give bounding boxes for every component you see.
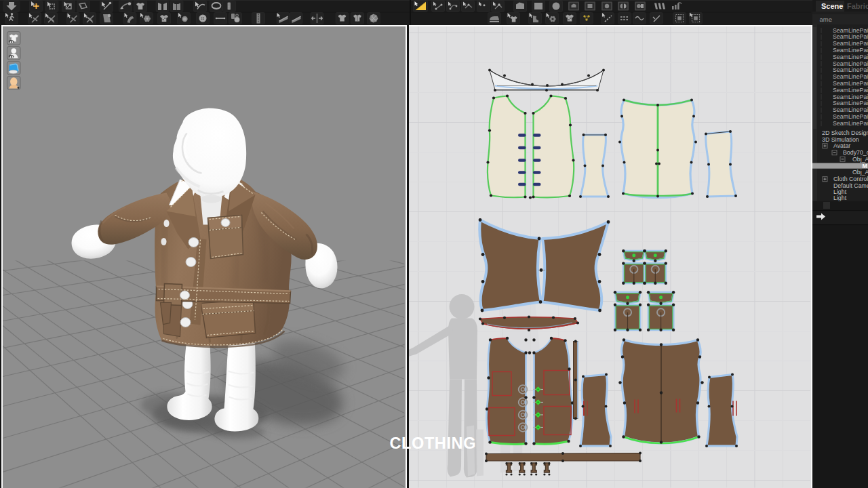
svg-text:SeamLinePairG: SeamLinePairG (833, 113, 868, 120)
svg-text:SeamLinePairG: SeamLinePairG (833, 47, 868, 54)
svg-text:SeamLinePairG: SeamLinePairG (833, 120, 868, 127)
svg-text:SeamLinePairG: SeamLinePairG (833, 40, 868, 47)
svg-text:Obj_A: Obj_A (852, 156, 868, 163)
svg-text:Light: Light (833, 195, 847, 201)
svg-text:SeamLinePairG: SeamLinePairG (833, 60, 868, 67)
svg-text:CLOTHING: CLOTHING (390, 434, 477, 452)
svg-text:SeamLinePairG: SeamLinePairG (833, 80, 868, 87)
svg-text:SeamLinePairG: SeamLinePairG (833, 33, 868, 40)
svg-text:Fabric: Fabric (847, 2, 868, 10)
svg-text:SeamLinePairG: SeamLinePairG (833, 87, 868, 94)
svg-text:ame: ame (819, 16, 831, 23)
svg-text:Cloth Controlle: Cloth Controlle (833, 176, 868, 182)
svg-text:Scene: Scene (821, 2, 843, 10)
svg-text:SeamLinePairG: SeamLinePairG (833, 54, 868, 60)
svg-text:2D Sketch Design: 2D Sketch Design (822, 129, 868, 136)
svg-text:SeamLinePairG: SeamLinePairG (833, 27, 868, 34)
svg-text:SeamLinePairG: SeamLinePairG (833, 94, 868, 100)
svg-text:Body70_o: Body70_o (843, 149, 868, 156)
svg-text:SeamLinePairG: SeamLinePairG (833, 106, 868, 113)
svg-text:Avatar: Avatar (833, 142, 850, 149)
svg-text:SeamLinePairG: SeamLinePairG (833, 73, 868, 80)
svg-text:SeamLinePairG: SeamLinePairG (833, 100, 868, 106)
svg-text:M: M (862, 163, 867, 169)
svg-text:3D Simulation: 3D Simulation (822, 136, 859, 143)
svg-text:Obj_A: Obj_A (852, 169, 868, 176)
svg-text:SeamLinePairG: SeamLinePairG (833, 66, 868, 73)
